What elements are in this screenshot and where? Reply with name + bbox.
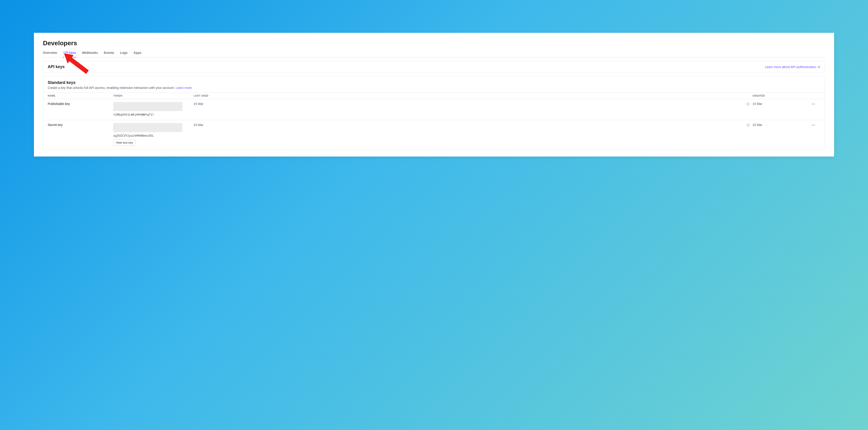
- learn-more-auth-label: Learn more about API authentication: [765, 65, 816, 69]
- developers-panel: Developers Overview API keys Webhooks Ev…: [34, 33, 834, 156]
- token-cell: t1Rbq5h51LW6j00VWWYqf1l: [113, 102, 193, 116]
- tabs-bar: Overview API keys Webhooks Events Logs A…: [43, 51, 825, 57]
- token-redacted-box[interactable]: [113, 102, 182, 111]
- tab-overview[interactable]: Overview: [43, 51, 57, 57]
- created-date: 15 Mar: [752, 123, 811, 127]
- col-created: CREATED: [752, 94, 811, 97]
- more-icon[interactable]: [811, 124, 815, 128]
- token-tail: t1Rbq5h51LW6j00VWWYqf1l: [113, 113, 193, 116]
- token-cell: xgZUZCVY2yaJV00ONeezSEL Hide test key: [113, 123, 193, 146]
- last-used-date: 15 Mar: [193, 123, 204, 127]
- standard-keys-description: Create a key that unlocks full API acces…: [48, 86, 820, 90]
- tab-apps[interactable]: Apps: [133, 51, 142, 57]
- key-name: Secret key: [48, 123, 113, 127]
- svg-point-11: [814, 125, 815, 125]
- standard-keys-learn-more-link[interactable]: Learn more: [176, 86, 192, 90]
- col-name: NAME: [48, 94, 113, 97]
- hide-test-key-button[interactable]: Hide test key: [113, 140, 135, 146]
- arrow-right-icon: [817, 65, 820, 68]
- standard-keys-title: Standard keys: [48, 80, 820, 85]
- api-keys-header-card: API keys Learn more about API authentica…: [43, 61, 825, 73]
- keys-table-header: NAME TOKEN LAST USED CREATED: [43, 92, 825, 99]
- more-icon[interactable]: [811, 103, 815, 107]
- tab-webhooks[interactable]: Webhooks: [82, 51, 98, 57]
- token-tail: xgZUZCVY2yaJV00ONeezSEL: [113, 134, 193, 137]
- key-name: Publishable key: [48, 102, 113, 106]
- svg-point-9: [812, 125, 812, 125]
- created-date: 15 Mar: [752, 102, 811, 106]
- table-row: Publishable key t1Rbq5h51LW6j00VWWYqf1l …: [43, 99, 825, 120]
- info-icon[interactable]: [747, 123, 750, 127]
- standard-keys-desc-text: Create a key that unlocks full API acces…: [48, 86, 176, 90]
- learn-more-auth-link[interactable]: Learn more about API authentication: [765, 65, 820, 69]
- col-last-used: LAST USED: [193, 94, 752, 97]
- standard-keys-card: Standard keys Create a key that unlocks …: [43, 76, 825, 149]
- svg-point-4: [813, 104, 814, 105]
- svg-point-10: [813, 125, 814, 125]
- col-token: TOKEN: [113, 94, 193, 97]
- svg-point-3: [812, 104, 812, 105]
- tab-api-keys[interactable]: API keys: [63, 51, 76, 57]
- api-keys-title: API keys: [48, 64, 65, 69]
- svg-point-5: [814, 104, 815, 105]
- tab-logs[interactable]: Logs: [120, 51, 127, 57]
- last-used-date: 15 Mar: [193, 102, 204, 106]
- tab-events[interactable]: Events: [104, 51, 114, 57]
- table-row: Secret key xgZUZCVY2yaJV00ONeezSEL Hide …: [43, 120, 825, 149]
- token-redacted-box[interactable]: [113, 123, 182, 132]
- page-title: Developers: [43, 39, 825, 47]
- info-icon[interactable]: [747, 103, 750, 106]
